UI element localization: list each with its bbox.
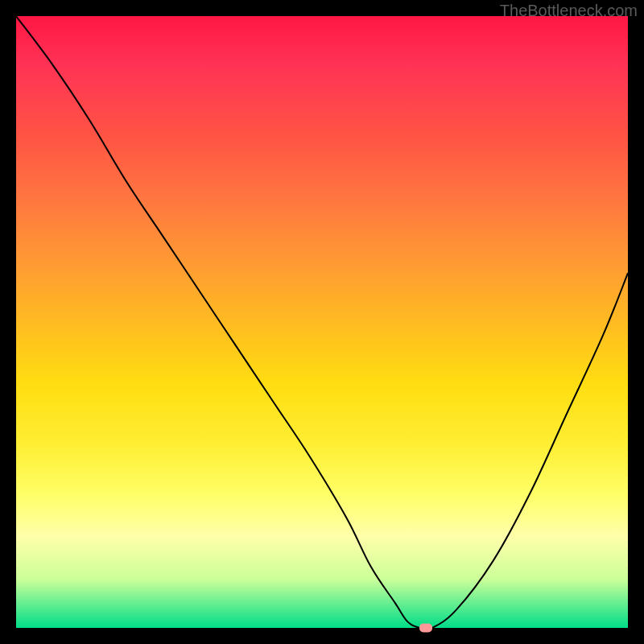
watermark-text: TheBottleneck.com (500, 2, 638, 20)
chart-container: TheBottleneck.com (0, 0, 644, 644)
optimal-point-marker (419, 624, 432, 633)
plot-gradient-background (16, 16, 628, 628)
